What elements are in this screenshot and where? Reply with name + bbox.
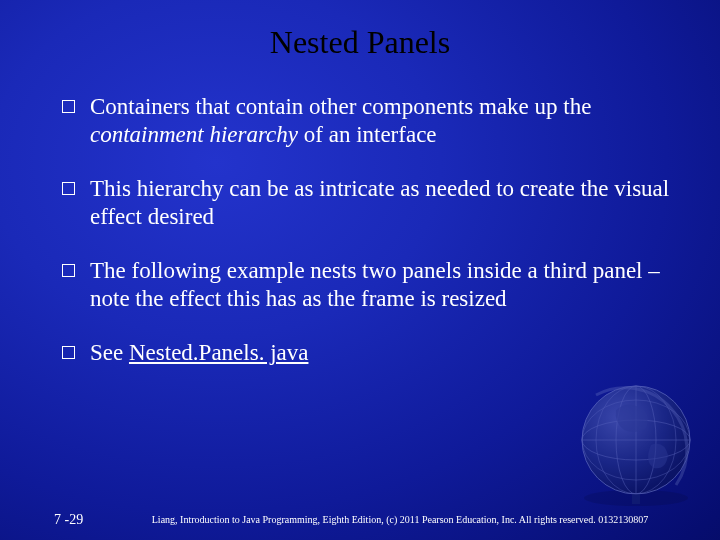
svg-point-1 [582,386,690,494]
globe-icon [566,370,706,510]
page-number: 7 -29 [0,512,140,528]
bullet-text: The following example nests two panels i… [90,258,660,311]
footer: 7 -29 Liang, Introduction to Java Progra… [0,512,720,528]
copyright-text: Liang, Introduction to Java Programming,… [140,514,720,526]
bullet-text: See [90,340,129,365]
bullet-link: Nested.Panels. java [129,340,308,365]
bullet-text: Containers that contain other components… [90,94,591,119]
svg-point-4 [616,386,656,494]
svg-point-2 [582,420,690,460]
svg-point-5 [596,386,676,494]
list-item: This hierarchy can be as intricate as ne… [68,175,680,231]
bullet-text: of an interface [298,122,437,147]
bullet-text: This hierarchy can be as intricate as ne… [90,176,669,229]
svg-rect-8 [632,494,640,504]
slide: Nested Panels Containers that contain ot… [0,0,720,540]
svg-point-3 [582,400,690,480]
slide-title: Nested Panels [40,24,680,61]
list-item: Containers that contain other components… [68,93,680,149]
svg-point-0 [584,490,688,506]
list-item: The following example nests two panels i… [68,257,680,313]
bullet-list: Containers that contain other components… [40,93,680,367]
bullet-emphasis: containment hierarchy [90,122,298,147]
list-item: See Nested.Panels. java [68,339,680,367]
